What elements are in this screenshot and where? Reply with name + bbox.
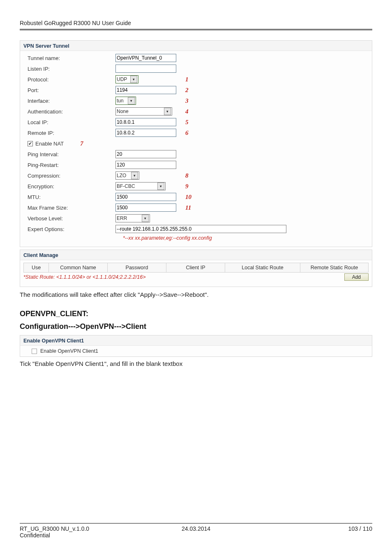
annotation-5: 5 xyxy=(185,119,195,126)
vpn-panel-title: VPN Server Tunnel xyxy=(20,41,372,51)
chevron-down-icon: ▾ xyxy=(130,76,137,83)
client-manage-table: Use Common Name Password Client IP Local… xyxy=(23,263,369,273)
label-listen-ip: Listen IP: xyxy=(28,66,115,72)
input-port[interactable] xyxy=(115,86,176,94)
select-interface[interactable]: tun ▾ xyxy=(115,97,136,105)
label-enable-openvpn-client1: Enable OpenVPN Client1 xyxy=(40,348,98,354)
label-tunnel-name: Tunnel name: xyxy=(28,55,115,61)
checkbox-enable-openvpn-client1[interactable] xyxy=(32,349,37,354)
add-button[interactable]: Add xyxy=(344,273,369,281)
client-manage-panel: Client Manage Use Common Name Password C… xyxy=(20,250,372,287)
select-encryption[interactable]: BF-CBC ▾ xyxy=(115,182,166,190)
input-remote-ip[interactable] xyxy=(115,129,176,137)
input-tunnel-name[interactable] xyxy=(115,54,176,62)
label-enable-nat: Enable NAT xyxy=(35,141,64,147)
footer-right: 103 / 110 xyxy=(255,525,372,532)
client-static-route-hint: *Static Route: <1.1.1.0/24> or <1.1.1.0/… xyxy=(23,274,145,280)
tick-instruction: Tick "Enable OpenVPN Client1", and fill … xyxy=(20,360,372,367)
footer-confidential: Confidential xyxy=(20,532,372,539)
th-common-name: Common Name xyxy=(49,263,108,273)
label-verbose: Verbose Level: xyxy=(28,215,115,222)
label-expert: Expert Options: xyxy=(28,226,115,232)
th-local-route: Local Static Route xyxy=(225,263,300,273)
checkbox-enable-nat[interactable]: ✔ xyxy=(28,141,33,146)
label-ping-restart: Ping-Restart: xyxy=(28,162,115,168)
annotation-1: 1 xyxy=(185,76,195,83)
label-port: Port: xyxy=(28,87,115,93)
chevron-down-icon: ▾ xyxy=(157,183,164,190)
client-manage-title: Client Manage xyxy=(20,250,372,260)
footer-center: 24.03.2014 xyxy=(137,525,255,532)
annotation-7: 7 xyxy=(80,140,90,147)
input-max-frame[interactable] xyxy=(115,204,176,212)
label-local-ip: Local IP: xyxy=(28,119,115,125)
enable-panel-title: Enable OpenVPN Client1 xyxy=(20,335,372,346)
th-use: Use xyxy=(24,263,49,273)
label-interface: Interface: xyxy=(28,98,115,104)
section-config-path: Configuration--->OpenVPN--->Client xyxy=(20,322,372,331)
label-mtu: MTU: xyxy=(28,194,115,200)
select-authentication[interactable]: None ▾ xyxy=(115,107,172,116)
select-verbose-value: ERR xyxy=(117,215,142,221)
input-ping-interval[interactable] xyxy=(115,150,176,158)
label-max-frame: Max Frame Size: xyxy=(28,205,115,211)
th-remote-route: Remote Static Route xyxy=(300,263,369,273)
annotation-11: 11 xyxy=(185,204,195,211)
annotation-2: 2 xyxy=(185,87,195,94)
th-password: Password xyxy=(108,263,166,273)
select-authentication-value: None xyxy=(117,109,164,114)
th-client-ip: Client IP xyxy=(166,263,225,273)
chevron-down-icon: ▾ xyxy=(164,108,171,115)
input-mtu[interactable] xyxy=(115,193,176,201)
section-openvpn-client: OPENVPN_CLIENT: xyxy=(20,310,372,318)
select-verbose[interactable]: ERR ▾ xyxy=(115,214,150,222)
doc-header: Robustel GoRugged R3000 NU User Guide xyxy=(20,20,372,29)
enable-openvpn-client-panel: Enable OpenVPN Client1 Enable OpenVPN Cl… xyxy=(20,335,372,357)
input-expert-options[interactable] xyxy=(115,225,286,233)
annotation-9: 9 xyxy=(185,183,195,190)
select-encryption-value: BF-CBC xyxy=(117,183,157,189)
chevron-down-icon: ▾ xyxy=(142,215,149,222)
label-ping-interval: Ping Interval: xyxy=(28,151,115,157)
vpn-server-tunnel-panel: VPN Server Tunnel Tunnel name: Listen IP… xyxy=(20,40,372,247)
annotation-3: 3 xyxy=(185,97,195,104)
header-rule xyxy=(20,29,372,30)
footer-left: RT_UG_R3000 NU_v.1.0.0 xyxy=(20,525,137,532)
annotation-4: 4 xyxy=(185,108,195,115)
expert-options-hint: *--xx xx.parameter,eg:--config xx.config xyxy=(123,234,369,243)
apply-note: The modifications will take effect after… xyxy=(20,291,372,298)
annotation-8: 8 xyxy=(185,172,195,179)
chevron-down-icon: ▾ xyxy=(128,97,135,104)
select-protocol[interactable]: UDP ▾ xyxy=(115,75,138,83)
input-ping-restart[interactable] xyxy=(115,161,176,169)
label-remote-ip: Remote IP: xyxy=(28,130,115,136)
select-compression[interactable]: LZO ▾ xyxy=(115,171,139,180)
annotation-10: 10 xyxy=(185,194,195,201)
label-encryption: Encryption: xyxy=(28,183,115,190)
annotation-6: 6 xyxy=(185,130,195,136)
select-interface-value: tun xyxy=(117,98,128,104)
select-compression-value: LZO xyxy=(117,173,131,178)
select-protocol-value: UDP xyxy=(117,76,130,82)
label-compression: Compression: xyxy=(28,173,115,179)
chevron-down-icon: ▾ xyxy=(131,172,138,179)
label-protocol: Protocol: xyxy=(28,76,115,83)
page-footer: RT_UG_R3000 NU_v.1.0.0 24.03.2014 103 / … xyxy=(20,523,372,539)
input-local-ip[interactable] xyxy=(115,118,176,126)
input-listen-ip[interactable] xyxy=(115,65,176,73)
label-authentication: Authentication: xyxy=(28,109,115,115)
